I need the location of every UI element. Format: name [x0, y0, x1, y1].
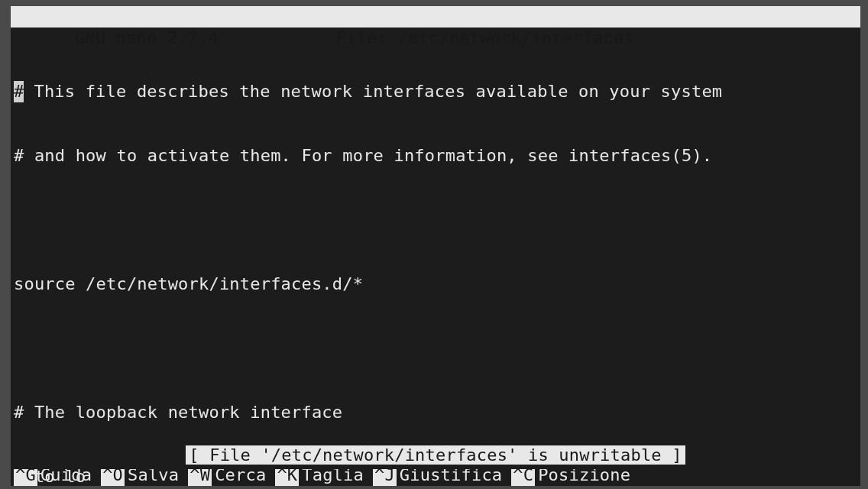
help-key: ^J — [373, 469, 397, 486]
help-label: Guida — [40, 469, 92, 486]
help-item-cut[interactable]: ^KTaglia — [275, 469, 364, 486]
help-key: ^O — [101, 469, 125, 486]
help-key: ^G — [14, 469, 37, 486]
nano-titlebar: GNU nano 2.7.4File: /etc/network/interfa… — [11, 6, 860, 28]
help-label: Cerca — [215, 469, 266, 486]
file-line — [11, 209, 860, 231]
status-bar: [ File '/etc/network/interfaces' is unwr… — [11, 445, 860, 466]
help-item-save[interactable]: ^OSalva — [101, 469, 179, 486]
help-label: Taglia — [302, 469, 364, 486]
nano-terminal[interactable]: GNU nano 2.7.4File: /etc/network/interfa… — [11, 6, 860, 486]
help-item-search[interactable]: ^WCerca — [188, 469, 266, 486]
help-label: Giustifica — [400, 469, 502, 486]
help-item-justify[interactable]: ^JGiustifica — [373, 469, 502, 486]
file-line: # This file describes the network interf… — [11, 81, 860, 102]
help-label: Posizione — [538, 469, 630, 486]
help-item-position[interactable]: ^CPosizione — [511, 469, 630, 486]
status-message: [ File '/etc/network/interfaces' is unwr… — [186, 445, 685, 465]
file-path-label: File: /etc/network/interfaces — [219, 28, 634, 47]
file-line: # The loopback network interface — [11, 402, 860, 423]
help-key: ^C — [511, 469, 535, 486]
file-line: source /etc/network/interfaces.d/* — [11, 274, 860, 295]
file-line: # and how to activate them. For more inf… — [11, 145, 860, 167]
help-bar: ^GGuida ^OSalva ^WCerca ^KTaglia ^JGiust… — [11, 469, 860, 486]
help-key: ^W — [188, 469, 212, 486]
help-key: ^K — [275, 469, 299, 486]
editor-area[interactable]: # This file describes the network interf… — [11, 28, 860, 489]
app-name: GNU nano 2.7.4 — [52, 28, 219, 47]
help-label: Salva — [128, 469, 179, 486]
help-item-guide[interactable]: ^GGuida — [14, 469, 92, 486]
file-line — [11, 338, 860, 359]
text-cursor: # — [14, 81, 24, 102]
